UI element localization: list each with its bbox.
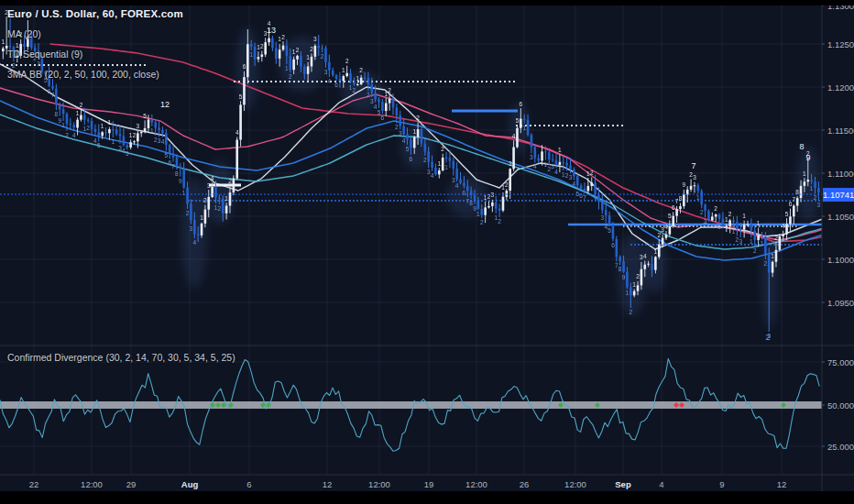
candle [509, 169, 511, 191]
candle [775, 250, 778, 262]
letterbox-bottom [0, 491, 854, 504]
candle [590, 182, 593, 186]
td-count: 2 [321, 53, 324, 60]
td-mark: 12 [160, 100, 170, 109]
td-count: 6 [520, 101, 523, 107]
candle [449, 158, 452, 160]
td-count: 1 [285, 65, 289, 71]
candle [180, 167, 182, 169]
time-axis-label: 12:00 [368, 479, 390, 489]
candle [343, 76, 345, 81]
legend-item-ma[interactable]: MA (20) [7, 28, 183, 39]
candle [672, 216, 674, 226]
candle [389, 99, 391, 104]
candle [225, 205, 228, 213]
candle [356, 84, 359, 85]
candle [421, 129, 423, 144]
indicator-axis-label: 50.00000 [827, 400, 854, 411]
td-count: 1 [750, 238, 753, 245]
td-count: 2 [714, 205, 717, 212]
candle [736, 222, 739, 229]
td-count: 5 [143, 113, 147, 119]
candle [207, 197, 210, 210]
candle [201, 224, 203, 236]
candle [264, 42, 267, 54]
td-count: 6 [334, 82, 338, 88]
candle [300, 56, 302, 67]
td-count: 4 [211, 175, 214, 181]
candle [580, 185, 583, 188]
candle [622, 261, 625, 272]
candle [239, 104, 242, 139]
candle [761, 236, 763, 236]
candle [94, 129, 97, 132]
candle [123, 136, 126, 145]
td-count: 4 [235, 129, 239, 136]
price-axis-label: 1.12000 [827, 82, 854, 93]
td-count: 1 [356, 75, 359, 82]
candle [385, 104, 388, 112]
time-axis-label: 12:00 [81, 479, 103, 489]
candle [630, 287, 632, 295]
candle [665, 235, 668, 238]
candle [785, 224, 788, 234]
td-count: 2 [310, 46, 313, 52]
symbol-title[interactable]: Euro / U.S. Dollar, 60, FOREX.com [7, 8, 183, 19]
candle [544, 151, 547, 152]
candle [119, 134, 122, 136]
candle [800, 186, 803, 198]
td-count: 4 [455, 182, 459, 189]
td-count: 7 [583, 194, 586, 201]
candle [612, 225, 615, 239]
candle [413, 137, 416, 148]
candle [115, 129, 118, 134]
candle [424, 144, 427, 152]
candle [753, 231, 756, 240]
td-count: 4 [782, 223, 785, 229]
td-count: 2 [700, 209, 704, 215]
td-count: 3 [207, 182, 211, 189]
candle [662, 238, 664, 245]
candle [810, 180, 813, 181]
td-count: 2 [814, 194, 817, 201]
candle [321, 48, 323, 49]
td-count: 8 [679, 195, 683, 202]
candle [72, 125, 75, 127]
td-count: 1 [626, 290, 630, 296]
candle [112, 129, 115, 130]
legend-item-td-sequential[interactable]: TD Sequential (9) [7, 49, 183, 60]
candle [417, 129, 420, 137]
candle [332, 71, 334, 75]
td-count: 9 [622, 274, 626, 280]
td-count: 9 [179, 178, 182, 184]
td-count: 6 [463, 190, 466, 196]
candle [353, 82, 356, 84]
td-count: 1 [1, 38, 5, 45]
candle [317, 46, 320, 48]
candle [804, 181, 806, 185]
candle [144, 128, 147, 132]
price-axis-label: 1.11500 [827, 126, 854, 136]
candle [704, 204, 706, 211]
indicator-legend[interactable]: Confirmed Divergence (30, 2, 14, 70, 30,… [7, 352, 235, 363]
legend-item-3ma-bb[interactable]: 3MA BB (20, 2, 50, 100, 200, close) [7, 69, 183, 80]
candle [651, 264, 653, 270]
candle [772, 262, 774, 273]
candle [817, 188, 820, 192]
candle [675, 209, 678, 216]
candle [176, 158, 179, 167]
candle [140, 132, 143, 133]
time-axis-label: 19 [424, 479, 434, 489]
time-axis-label: 12 [323, 479, 333, 489]
time-axis-label: 4 [659, 479, 663, 489]
candle [711, 216, 714, 220]
td-count: 1 [200, 214, 203, 221]
td-mark: 7 [691, 161, 695, 170]
candle [296, 56, 299, 60]
candle [108, 129, 111, 133]
td-count: 2 [353, 87, 356, 93]
td-count: 2 [441, 146, 444, 152]
candle [643, 265, 646, 269]
td-count: 2 [359, 67, 363, 73]
candle [552, 159, 554, 160]
